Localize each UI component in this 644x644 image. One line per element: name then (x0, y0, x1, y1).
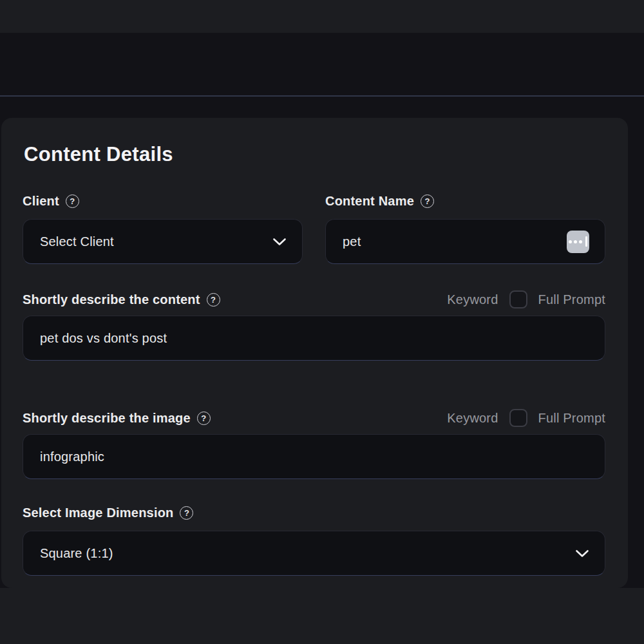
content-prompt-mode-checkbox[interactable] (509, 290, 527, 308)
cursor-bar (585, 236, 587, 247)
describe-image-section: Shortly describe the image ? Keyword Ful… (23, 408, 605, 479)
header-divider (0, 95, 644, 97)
describe-image-field: infographic (23, 434, 605, 479)
describe-image-label-row: Shortly describe the image ? (23, 409, 211, 427)
image-dimension-value: Square (1:1) (40, 546, 575, 561)
client-label-row: Client ? (23, 192, 303, 210)
describe-image-header: Shortly describe the image ? Keyword Ful… (23, 408, 605, 428)
client-field-group: Client ? Select Client (23, 192, 303, 264)
help-icon[interactable]: ? (421, 194, 434, 208)
full-prompt-label: Full Prompt (538, 411, 605, 426)
image-dimension-section: Select Image Dimension ? Square (1:1) (23, 504, 605, 576)
chevron-down-icon (575, 549, 589, 558)
top-bar (0, 0, 644, 33)
help-icon[interactable]: ? (66, 194, 79, 208)
help-icon[interactable]: ? (180, 506, 193, 520)
full-prompt-label: Full Prompt (538, 292, 605, 307)
describe-content-field: pet dos vs dont's post (23, 316, 605, 361)
client-label: Client (23, 194, 59, 209)
page-title: Content Details (24, 140, 605, 169)
dot (569, 240, 572, 243)
describe-content-label-row: Shortly describe the content ? (23, 290, 220, 308)
content-name-label-row: Content Name ? (325, 192, 605, 210)
image-prompt-mode-checkbox[interactable] (509, 409, 527, 427)
image-dimension-label-row: Select Image Dimension ? (23, 504, 605, 522)
client-select[interactable]: Select Client (23, 219, 303, 264)
content-name-field (325, 219, 605, 264)
content-details-card: Content Details Client ? Select Client C… (1, 118, 628, 588)
chevron-down-icon (272, 238, 287, 246)
describe-image-textarea[interactable]: infographic (40, 448, 589, 465)
help-icon[interactable]: ? (197, 412, 211, 425)
describe-content-textarea[interactable]: pet dos vs dont's post (40, 330, 589, 346)
image-prompt-mode-toggle: Keyword Full Prompt (447, 409, 605, 427)
describe-image-label: Shortly describe the image (23, 411, 191, 426)
bottom-bar (0, 588, 644, 644)
client-contentname-row: Client ? Select Client Content Name ? (23, 192, 605, 264)
keyword-label: Keyword (447, 411, 498, 426)
autofill-extension-icon[interactable] (567, 231, 589, 253)
help-icon[interactable]: ? (207, 293, 220, 307)
describe-content-section: Shortly describe the content ? Keyword F… (23, 290, 605, 361)
client-select-value: Select Client (40, 234, 272, 249)
dot (574, 240, 577, 243)
content-prompt-mode-toggle: Keyword Full Prompt (447, 290, 605, 308)
content-name-input[interactable] (343, 233, 567, 250)
content-name-field-group: Content Name ? (325, 192, 605, 264)
describe-content-label: Shortly describe the content (23, 292, 200, 307)
dot (579, 240, 582, 243)
image-dimension-label: Select Image Dimension (23, 506, 173, 520)
describe-content-header: Shortly describe the content ? Keyword F… (23, 290, 605, 309)
image-dimension-select[interactable]: Square (1:1) (23, 531, 605, 576)
content-name-label: Content Name (325, 194, 414, 209)
keyword-label: Keyword (447, 292, 498, 307)
